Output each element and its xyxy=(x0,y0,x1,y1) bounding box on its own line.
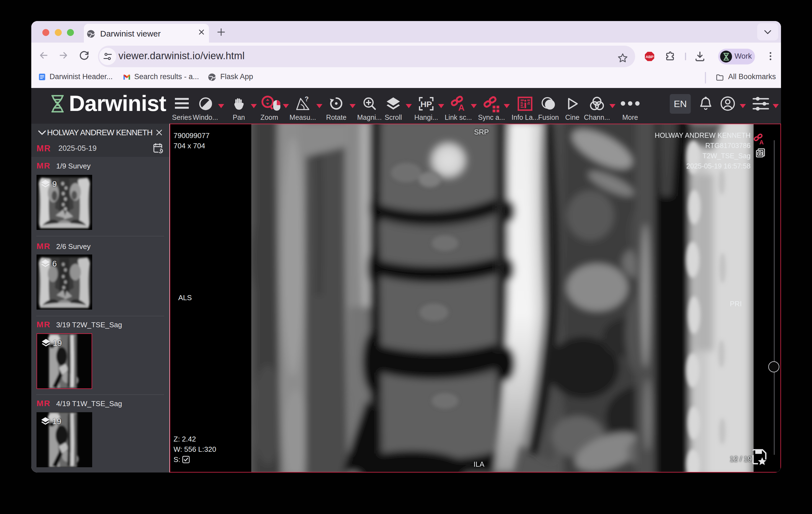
svg-text:A: A xyxy=(458,103,464,112)
svg-text:ABP: ABP xyxy=(646,55,654,59)
svg-text:A: A xyxy=(759,139,764,146)
svg-text:?: ? xyxy=(305,96,309,103)
svg-text:HP: HP xyxy=(420,99,432,109)
